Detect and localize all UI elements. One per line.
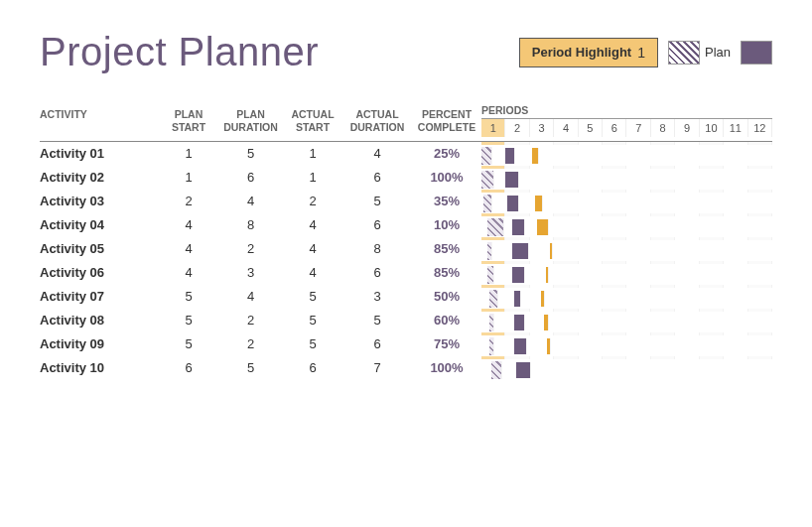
- plan-bar: [487, 266, 494, 284]
- cell-plan-duration: 6: [218, 166, 283, 190]
- cell-plan-start: 2: [159, 190, 218, 213]
- cell-actual-start: 5: [283, 309, 342, 332]
- remaining-bar: [535, 196, 543, 211]
- period-num: 3: [530, 119, 554, 137]
- cell-plan-duration: 8: [218, 213, 283, 237]
- remaining-bar: [546, 267, 549, 283]
- legend-plan-label: Plan: [705, 45, 731, 60]
- remaining-bar: [544, 315, 549, 330]
- period-num: 9: [675, 119, 699, 137]
- cell-plan-duration: 2: [218, 309, 283, 332]
- period-highlight-value: 1: [637, 45, 645, 61]
- cell-actual-start: 2: [283, 190, 342, 213]
- period-num: 4: [554, 119, 578, 137]
- activity-name: Activity 09: [40, 332, 159, 356]
- gantt-row: [481, 190, 772, 213]
- activity-name: Activity 10: [40, 356, 159, 380]
- cell-actual-duration: 7: [342, 356, 412, 380]
- cell-plan-start: 1: [159, 166, 218, 190]
- cell-actual-duration: 6: [342, 261, 412, 285]
- plan-bar: [487, 242, 492, 260]
- cell-actual-start: 4: [283, 261, 342, 285]
- activity-name: Activity 06: [40, 261, 159, 285]
- plan-bar: [491, 361, 502, 379]
- cell-actual-duration: 5: [342, 190, 412, 213]
- cell-plan-start: 5: [159, 332, 218, 356]
- cell-plan-duration: 5: [218, 142, 283, 166]
- period-num: 1: [481, 119, 505, 137]
- cell-percent: 35%: [412, 190, 481, 213]
- legend-plan: Plan: [668, 41, 731, 65]
- cell-actual-start: 4: [283, 213, 342, 237]
- actual-bar: [514, 291, 521, 307]
- plan-bar: [489, 314, 494, 331]
- cell-plan-duration: 4: [218, 285, 283, 309]
- plan-bar: [489, 337, 494, 355]
- activity-name: Activity 02: [40, 166, 159, 190]
- cell-actual-start: 1: [283, 166, 342, 190]
- gantt-row: [481, 356, 772, 380]
- cell-plan-duration: 3: [218, 261, 283, 285]
- remaining-bar: [550, 243, 553, 259]
- cell-actual-duration: 4: [342, 142, 412, 166]
- cell-plan-start: 4: [159, 237, 218, 261]
- remaining-bar: [537, 219, 549, 235]
- legend: Period Highlight 1 Plan: [519, 38, 772, 67]
- activity-name: Activity 01: [40, 142, 159, 166]
- period-num: 2: [505, 119, 529, 137]
- period-numbers: 123456789101112: [481, 118, 772, 137]
- actual-bar: [514, 315, 525, 330]
- actual-bar: [505, 148, 514, 164]
- period-num: 11: [724, 119, 747, 137]
- period-num: 7: [626, 119, 650, 137]
- gantt-row: [481, 285, 772, 309]
- cell-plan-start: 4: [159, 261, 218, 285]
- cell-plan-duration: 5: [218, 356, 283, 380]
- period-num: 12: [748, 119, 772, 137]
- col-plan-duration: PLAN DURATION: [218, 104, 283, 141]
- cell-percent: 100%: [412, 356, 481, 380]
- cell-percent: 75%: [412, 332, 481, 356]
- cell-actual-duration: 8: [342, 237, 412, 261]
- plan-bar: [481, 171, 494, 189]
- period-num: 8: [651, 119, 675, 137]
- gantt-row: [481, 166, 772, 190]
- cell-plan-start: 1: [159, 142, 218, 166]
- activity-name: Activity 03: [40, 190, 159, 213]
- col-actual-duration: ACTUAL DURATION: [342, 104, 412, 141]
- cell-percent: 10%: [412, 213, 481, 237]
- remaining-bar: [541, 291, 545, 307]
- plan-bar: [481, 147, 492, 165]
- col-periods: PERIODS: [481, 104, 772, 118]
- cell-actual-start: 5: [283, 332, 342, 356]
- cell-percent: 50%: [412, 285, 481, 309]
- cell-plan-start: 6: [159, 356, 218, 380]
- cell-percent: 25%: [412, 142, 481, 166]
- gantt-row: [481, 213, 772, 237]
- cell-percent: 85%: [412, 261, 481, 285]
- actual-bar: [512, 267, 525, 283]
- plan-bar: [483, 195, 492, 212]
- activity-name: Activity 07: [40, 285, 159, 309]
- cell-actual-start: 6: [283, 356, 342, 380]
- period-highlight-badge: Period Highlight 1: [519, 38, 658, 67]
- plan-bar: [489, 290, 498, 308]
- cell-actual-duration: 6: [342, 213, 412, 237]
- cell-plan-duration: 4: [218, 190, 283, 213]
- cell-actual-start: 1: [283, 142, 342, 166]
- activity-name: Activity 04: [40, 213, 159, 237]
- col-percent-complete: PERCENT COMPLETE: [412, 104, 481, 141]
- activity-name: Activity 05: [40, 237, 159, 261]
- cell-plan-start: 5: [159, 285, 218, 309]
- cell-actual-duration: 5: [342, 309, 412, 332]
- cell-actual-duration: 6: [342, 166, 412, 190]
- period-num: 6: [603, 119, 626, 137]
- gantt-row: [481, 332, 772, 356]
- cell-percent: 85%: [412, 237, 481, 261]
- cell-percent: 60%: [412, 309, 481, 332]
- cell-actual-start: 4: [283, 237, 342, 261]
- cell-plan-duration: 2: [218, 237, 283, 261]
- period-num: 10: [700, 119, 724, 137]
- col-actual-start: ACTUAL START: [283, 104, 342, 141]
- cell-plan-start: 4: [159, 213, 218, 237]
